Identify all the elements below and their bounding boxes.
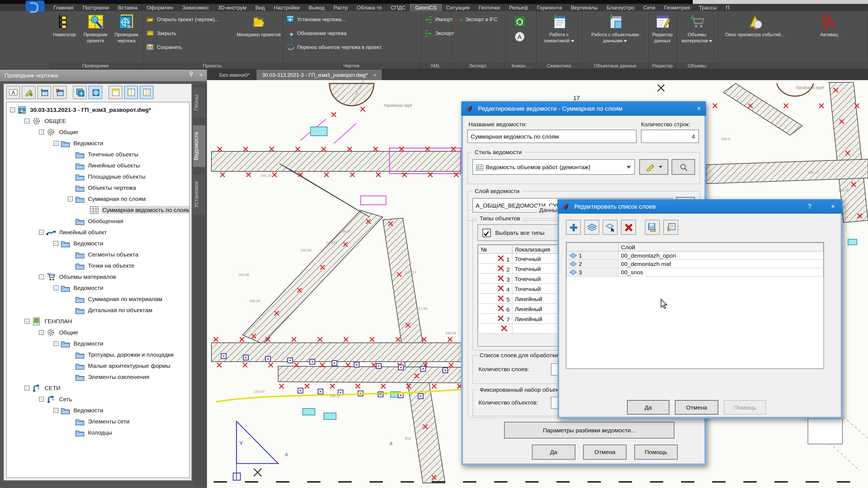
tree-item[interactable]: -Ведомости	[7, 138, 189, 149]
ribbon-button[interactable]: Обновление чертежа	[286, 28, 420, 38]
layout-single-button[interactable]	[108, 86, 122, 99]
tree-item[interactable]: -Ведомости	[7, 282, 189, 293]
menu-tab-главная[interactable]: Главная	[49, 4, 78, 11]
expander-icon[interactable]: -	[54, 407, 58, 413]
menu-tab-оформлен[interactable]: Оформлен	[142, 4, 178, 11]
tree-item[interactable]: -Общие	[7, 126, 189, 138]
cancel-button[interactable]: Отмена	[675, 400, 718, 415]
close-icon[interactable]: ×	[692, 101, 706, 116]
menu-tab-п[interactable]: П	[721, 4, 734, 11]
ribbon-button[interactable]: Редактор данных	[649, 13, 676, 43]
menu-tab-вид[interactable]: Вид	[251, 4, 269, 11]
expander-icon[interactable]: -	[39, 129, 44, 134]
save-list-button[interactable]	[645, 220, 660, 235]
tree-item[interactable]: -ГЕНПЛАН	[7, 315, 189, 327]
tree-item[interactable]: Объекты чертежа	[7, 182, 189, 193]
new-view-button[interactable]	[37, 86, 51, 99]
cancel-button[interactable]: Отмена	[583, 445, 626, 460]
tree-item[interactable]: -СЕТИ	[7, 382, 189, 393]
expander-icon[interactable]: -	[25, 385, 30, 390]
menu-tab-зависимос[interactable]: Зависимос	[178, 4, 213, 11]
expander-icon[interactable]: -	[54, 241, 58, 246]
panel-side-tab-геоны[interactable]: Геоны	[193, 88, 205, 117]
tree-item[interactable]: Линейные объекты	[7, 160, 189, 171]
ribbon-button[interactable]: IFCЭкспорт в IFC	[454, 14, 505, 25]
panel-side-tab-ведомости[interactable]: Ведомости	[193, 125, 205, 166]
ribbon-button[interactable]: Импорт	[424, 14, 454, 25]
dialog-title-bar[interactable]: Редактирование ведомости - Суммарная по …	[461, 101, 706, 116]
layout-two-button[interactable]	[124, 86, 138, 99]
tree-item[interactable]: Элементы сети	[7, 416, 189, 427]
delete-view-button[interactable]	[53, 86, 67, 99]
expander-icon[interactable]: -	[54, 341, 58, 346]
load-list-button[interactable]	[663, 220, 678, 235]
expander-icon[interactable]: -	[54, 285, 58, 290]
ribbon-button[interactable]: Установки чертежа...	[286, 14, 420, 25]
ribbon-button[interactable]: Активац	[792, 13, 866, 37]
close-icon[interactable]: ×	[197, 71, 205, 79]
tree-item[interactable]: Малые архитектурные формы	[7, 360, 189, 371]
ribbon-button[interactable]: Окно просмотра событий...	[718, 13, 792, 37]
document-tab[interactable]: Без имени0*	[214, 69, 255, 80]
menu-tab-вертикалы[interactable]: Вертикалы	[566, 4, 602, 11]
tree-item[interactable]: -30.03-313.2021-3 - ГП_изм3_разворот.dwg…	[7, 104, 189, 115]
tree-item[interactable]: Детальная по объектам	[7, 304, 189, 315]
ribbon-button[interactable]: Открыть проект (чертеж)...	[146, 14, 235, 25]
ribbon-button[interactable]: Закрыть	[146, 28, 235, 38]
help-button[interactable]: Помощь	[634, 445, 678, 460]
tree-item[interactable]: -Линейный объект	[7, 226, 189, 238]
menu-tab-горизонта[interactable]: Горизонта	[532, 4, 566, 11]
tree-item[interactable]: -Ведомости	[7, 238, 189, 249]
dialog-title-bar[interactable]: Редактировать список слоев ? ×	[558, 199, 842, 214]
layer-row[interactable]: 200_demontazh maf	[567, 260, 823, 268]
tree-item[interactable]: Суммарная по материалам	[7, 293, 189, 304]
preview-style-button[interactable]	[672, 159, 695, 175]
panel-header[interactable]: Проводник чертежа ×	[0, 69, 207, 81]
delete-layer-button[interactable]	[621, 220, 636, 235]
vedomost-name-input[interactable]: Суммарная ведомость по слоям	[467, 130, 637, 143]
tree-item[interactable]: Колодцы	[7, 427, 189, 438]
style-combobox[interactable]: Ведомость объемов работ (демонтаж)	[472, 159, 635, 175]
tree-item[interactable]: Сегменты объекта	[7, 249, 189, 260]
expander-icon[interactable]: -	[39, 330, 44, 335]
tree-item[interactable]: -Ведомости	[7, 338, 189, 349]
menu-tab-настройки[interactable]: Настройки	[269, 4, 304, 11]
ribbon-button[interactable]: Работа с объектными данными	[582, 13, 648, 43]
command-a-icon[interactable]: A	[514, 31, 525, 42]
select-layers-button[interactable]	[584, 220, 599, 235]
ribbon-button[interactable]: Перенос объектов чертежа в проект	[286, 42, 420, 52]
menu-tab-облака то[interactable]: Облака то	[352, 4, 386, 11]
tree-item[interactable]: -ОБЩЕЕ	[7, 115, 189, 126]
menu-tab-рельеф[interactable]: Рельеф	[504, 4, 532, 11]
ribbon-button[interactable]: Проводник проекта	[80, 13, 111, 43]
layer-row[interactable]: 100_demontazh_opori	[567, 251, 823, 260]
tree-item[interactable]: Элементы озеленения	[7, 371, 189, 382]
menu-tab-сети[interactable]: Сети	[639, 4, 660, 11]
expander-icon[interactable]: -	[39, 274, 44, 279]
active-view-button[interactable]	[89, 86, 102, 99]
menu-tab-вывод[interactable]: Вывод	[304, 4, 329, 11]
expander-icon[interactable]: -	[39, 230, 44, 235]
ribbon-button[interactable]: Сохранить	[146, 42, 235, 52]
menu-tab-спдс[interactable]: СПДС	[386, 4, 410, 11]
split-params-button[interactable]: Параметры разбивки ведомости...	[504, 422, 674, 438]
tree-item[interactable]: Площадные объекты	[7, 171, 189, 182]
tree-item[interactable]: Обобщенная	[7, 215, 189, 226]
ok-button[interactable]: Да	[627, 400, 669, 415]
select-all-checkbox[interactable]	[483, 228, 491, 237]
menu-tab-ситуация[interactable]: Ситуация	[441, 4, 474, 11]
ribbon-button[interactable]: Проводник чертежа	[111, 13, 142, 43]
tree-item[interactable]: -Объемы материалов	[7, 271, 189, 282]
ribbon-button[interactable]: Навигатор	[49, 13, 80, 37]
expander-icon[interactable]: -	[25, 118, 30, 123]
close-icon[interactable]: ×	[826, 199, 840, 214]
tree-item[interactable]: Тротуары, дорожки и площадки	[7, 349, 189, 360]
edit-style-button[interactable]	[22, 86, 36, 99]
tree-item[interactable]: Суммарная ведомость по слоям	[7, 204, 189, 215]
tree-item[interactable]: -Сеть	[7, 393, 189, 404]
close-icon[interactable]: ×	[373, 72, 376, 78]
tree-item[interactable]: -Суммарная по слоям	[7, 193, 189, 204]
expander-icon[interactable]: -	[68, 196, 73, 201]
tree-item[interactable]: Точечные объекты	[7, 149, 189, 160]
layer-table[interactable]: Слой100_demontazh_opori200_demontazh maf…	[566, 243, 824, 277]
